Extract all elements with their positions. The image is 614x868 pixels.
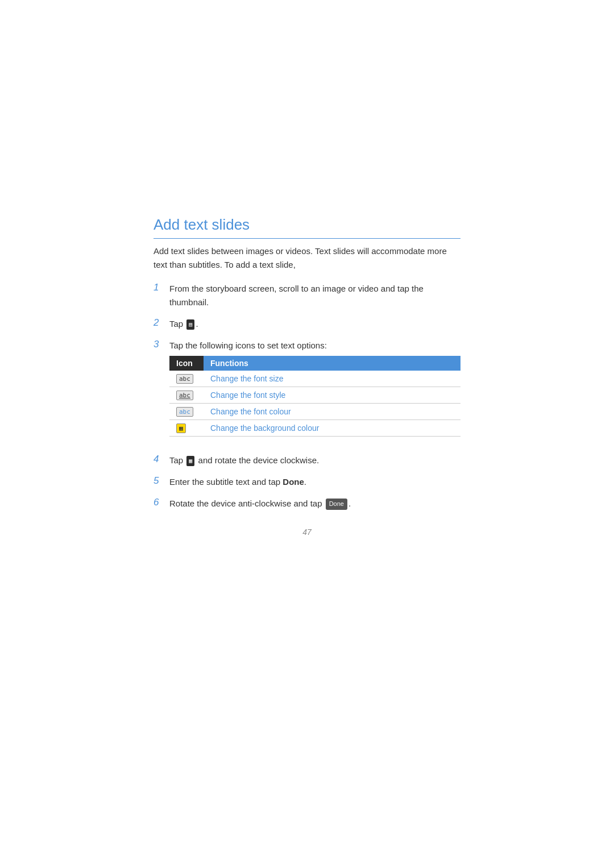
icon-cell-1: abc (169, 371, 204, 387)
step-4: 4 Tap ▦ and rotate the device clockwise. (154, 454, 460, 467)
func-cell-1: Change the font size (204, 371, 460, 387)
step-6-number: 6 (154, 497, 169, 508)
step-2-text: Tap ▤. (169, 317, 460, 331)
table-row: abc Change the font colour (169, 404, 460, 420)
func-cell-3: Change the font colour (204, 404, 460, 420)
icon-cell-3: abc (169, 404, 204, 420)
step-2: 2 Tap ▤. (154, 317, 460, 331)
content-area: Add text slides Add text slides between … (0, 0, 614, 650)
page: Add text slides Add text slides between … (0, 0, 614, 868)
step-5-number: 5 (154, 475, 169, 487)
grid-icon: ▦ (176, 423, 186, 433)
step-5-text: Enter the subtitle text and tap Done. (169, 475, 460, 489)
intro-text: Add text slides between images or videos… (154, 244, 460, 272)
abc-icon-normal: abc (176, 374, 193, 384)
func-cell-4: Change the background colour (204, 420, 460, 437)
abc-icon-blue: abc (176, 407, 193, 417)
step-6-text: Rotate the device anti-clockwise and tap… (169, 497, 460, 510)
section-title: Add text slides (154, 216, 460, 239)
page-number: 47 (154, 528, 460, 537)
step-1: 1 From the storyboard screen, scroll to … (154, 282, 460, 309)
step-1-number: 1 (154, 282, 169, 293)
step-3: 3 Tap the following icons to set text op… (154, 339, 460, 446)
step-3-number: 3 (154, 339, 169, 350)
tap-icon-2: ▤ (186, 319, 194, 330)
table-row: abc Change the font style (169, 387, 460, 404)
func-cell-2: Change the font style (204, 387, 460, 404)
abc-icon-underline: abc (176, 391, 193, 400)
function-table: Icon Functions abc Change the font size (169, 356, 460, 437)
table-header-icon: Icon (169, 356, 204, 371)
icon-cell-2: abc (169, 387, 204, 404)
table-header-functions: Functions (204, 356, 460, 371)
step-1-text: From the storyboard screen, scroll to an… (169, 282, 460, 309)
table-row: ▦ Change the background colour (169, 420, 460, 437)
step-3-text: Tap the following icons to set text opti… (169, 339, 460, 352)
step-4-number: 4 (154, 454, 169, 465)
step-6: 6 Rotate the device anti-clockwise and t… (154, 497, 460, 510)
tap-icon-4: ▦ (186, 456, 194, 466)
done-button-icon: Done (326, 499, 347, 510)
step-5: 5 Enter the subtitle text and tap Done. (154, 475, 460, 489)
step-4-text: Tap ▦ and rotate the device clockwise. (169, 454, 460, 467)
table-row: abc Change the font size (169, 371, 460, 387)
icon-cell-4: ▦ (169, 420, 204, 437)
step-2-number: 2 (154, 317, 169, 329)
